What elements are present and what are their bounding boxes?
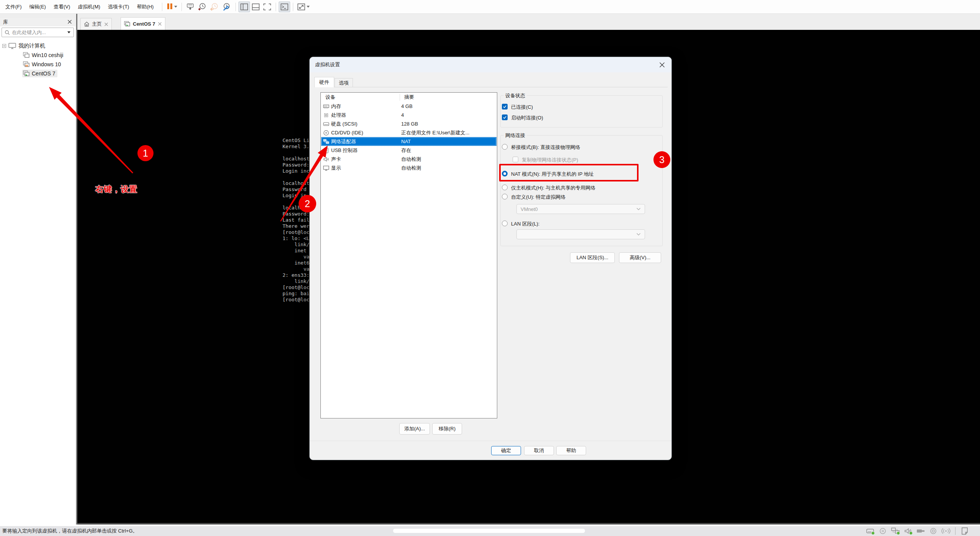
device-row-display[interactable]: 显示 自动检测 bbox=[321, 163, 497, 172]
device-table: 设备 摘要 内存 4 GB 处理器 4 硬盘 (SCSI) 128 GB bbox=[320, 92, 497, 418]
connect-at-poweron-checkbox[interactable] bbox=[502, 114, 508, 120]
cancel-button[interactable]: 取消 bbox=[524, 446, 554, 455]
add-device-button[interactable]: 添加(A)... bbox=[399, 423, 430, 435]
tree-item-label: 我的计算机 bbox=[18, 42, 45, 49]
revert-snapshot-button[interactable] bbox=[208, 2, 220, 12]
host-only-radio[interactable] bbox=[502, 185, 508, 190]
lan-segment-radio[interactable] bbox=[502, 221, 508, 226]
connected-checkbox[interactable] bbox=[502, 104, 508, 109]
advanced-button[interactable]: 高级(V)... bbox=[619, 252, 661, 263]
close-icon[interactable] bbox=[67, 20, 72, 25]
tree-item-centos7[interactable]: CentOS 7 bbox=[22, 69, 57, 78]
usb-status-icon[interactable] bbox=[916, 527, 925, 535]
ok-button[interactable]: 确定 bbox=[491, 446, 521, 455]
column-header-summary: 摘要 bbox=[404, 94, 414, 101]
menu-view[interactable]: 查看(V) bbox=[50, 0, 74, 13]
lan-segments-button[interactable]: LAN 区段(S)... bbox=[570, 252, 615, 263]
annotation-highlight-box bbox=[499, 164, 639, 181]
tree-selection-highlight: CentOS 7 bbox=[22, 70, 57, 77]
status-separator bbox=[955, 527, 956, 535]
tab-home[interactable]: 主页 bbox=[80, 18, 112, 30]
tree-collapse-icon[interactable] bbox=[2, 44, 6, 48]
close-icon[interactable] bbox=[658, 60, 666, 69]
tree-item-windows10[interactable]: Windows 10 bbox=[23, 60, 61, 69]
device-summary: 自动检测 bbox=[401, 165, 421, 172]
chevron-down-icon bbox=[174, 6, 177, 8]
tree-item-my-computer[interactable]: 我的计算机 bbox=[2, 41, 45, 51]
console-view-button[interactable] bbox=[279, 2, 290, 12]
show-library-button[interactable] bbox=[238, 2, 250, 12]
device-row-cpu[interactable]: 处理器 4 bbox=[321, 111, 497, 119]
divider bbox=[310, 441, 672, 441]
annotation-note: 右键，设置 bbox=[95, 184, 137, 194]
stretch-view-button[interactable] bbox=[296, 2, 311, 12]
terminal-line: CentOS Li bbox=[283, 137, 309, 144]
search-icon bbox=[5, 30, 10, 35]
search-input[interactable] bbox=[12, 29, 66, 35]
tab-strip: 主页 CentOS 7 bbox=[0, 14, 980, 30]
search-dropdown-icon[interactable] bbox=[67, 31, 70, 33]
device-row-network-adapter[interactable]: 网络适配器 NAT bbox=[321, 137, 497, 146]
ctrl-alt-del-button[interactable] bbox=[185, 2, 196, 12]
toolbar-separator bbox=[162, 3, 162, 11]
library-search bbox=[2, 28, 74, 37]
show-thumbnails-button[interactable] bbox=[250, 2, 261, 12]
column-divider bbox=[400, 94, 400, 101]
annotation-step-3: 3 bbox=[653, 151, 670, 168]
terminal-line: va bbox=[283, 254, 309, 260]
bridged-radio[interactable] bbox=[502, 144, 508, 150]
memory-icon bbox=[323, 103, 329, 109]
device-row-usb-controller[interactable]: USB 控制器 存在 bbox=[321, 146, 497, 155]
device-name: 硬盘 (SCSI) bbox=[331, 121, 358, 127]
computer-icon bbox=[8, 42, 16, 49]
remove-device-button[interactable]: 移除(R) bbox=[432, 423, 462, 435]
fullscreen-button[interactable] bbox=[261, 2, 273, 12]
webcam-status-icon[interactable] bbox=[929, 527, 938, 535]
dialog-tab-options[interactable]: 选项 bbox=[335, 78, 353, 87]
terminal-line: inet6 bbox=[283, 260, 309, 266]
chevron-down-icon bbox=[636, 208, 641, 211]
horizontal-scrollbar-thumb[interactable] bbox=[393, 529, 585, 533]
terminal-line: Password bbox=[283, 186, 309, 193]
device-row-sound[interactable]: 声卡 自动检测 bbox=[321, 155, 497, 163]
close-icon[interactable] bbox=[158, 22, 162, 26]
signal-status-icon[interactable] bbox=[941, 527, 951, 535]
menu-vm[interactable]: 虚拟机(M) bbox=[74, 0, 104, 13]
help-button[interactable]: 帮助 bbox=[556, 446, 586, 455]
menu-file[interactable]: 文件(F) bbox=[2, 0, 26, 13]
terminal-line: 2: ens33: bbox=[283, 272, 309, 278]
connected-label: 已连接(C) bbox=[511, 104, 533, 111]
take-snapshot-button[interactable] bbox=[196, 2, 208, 12]
device-row-harddisk[interactable]: 硬盘 (SCSI) 128 GB bbox=[321, 119, 497, 128]
menu-edit[interactable]: 编辑(E) bbox=[26, 0, 50, 13]
fullscreen-icon bbox=[263, 3, 271, 10]
home-icon bbox=[84, 21, 90, 27]
network-icon bbox=[323, 139, 329, 145]
snapshot-revert-icon bbox=[210, 3, 219, 11]
menu-tabs[interactable]: 选项卡(T) bbox=[104, 0, 133, 13]
device-row-cdrom[interactable]: CD/DVD (IDE) 正在使用文件 E:\User\新建文... bbox=[321, 128, 497, 137]
suspend-button[interactable] bbox=[165, 2, 179, 12]
snapshot-manager-button[interactable] bbox=[220, 2, 233, 12]
tab-centos7[interactable]: CentOS 7 bbox=[121, 17, 165, 30]
tree-item-win10-ceshiji[interactable]: Win10 ceshiji bbox=[23, 51, 63, 60]
terminal-line: inet bbox=[283, 248, 309, 254]
ctrl-alt-del-icon bbox=[186, 3, 194, 11]
custom-radio[interactable] bbox=[502, 194, 508, 199]
cdrom-status-icon[interactable] bbox=[878, 527, 887, 535]
sound-status-icon[interactable] bbox=[903, 527, 913, 535]
custom-network-select[interactable]: VMnet0 bbox=[516, 204, 645, 214]
menu-help[interactable]: 帮助(H) bbox=[133, 0, 157, 13]
dialog-tab-hardware[interactable]: 硬件 bbox=[314, 77, 334, 87]
replicate-checkbox[interactable] bbox=[513, 157, 518, 162]
device-row-memory[interactable]: 内存 4 GB bbox=[321, 102, 497, 111]
terminal-line: localhost bbox=[283, 156, 309, 162]
device-summary: NAT bbox=[401, 139, 411, 144]
network-status-icon[interactable] bbox=[891, 527, 900, 535]
close-icon[interactable] bbox=[104, 22, 108, 26]
harddisk-status-icon[interactable] bbox=[866, 527, 875, 535]
device-name: USB 控制器 bbox=[331, 147, 358, 154]
message-log-icon[interactable] bbox=[960, 527, 969, 535]
lan-segment-select[interactable] bbox=[516, 229, 645, 239]
device-summary: 128 GB bbox=[401, 121, 418, 127]
